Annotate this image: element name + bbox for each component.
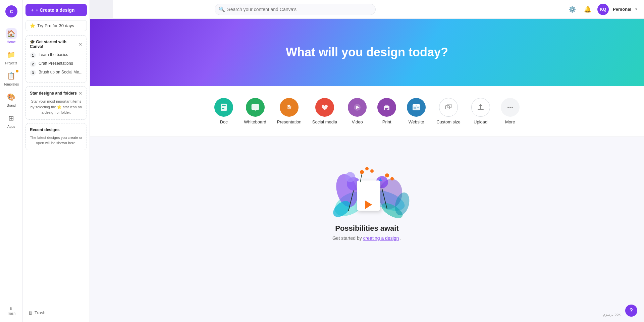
onboarding-step-2[interactable]: 2 Craft Presentations: [30, 61, 83, 67]
sidebar-item-brand[interactable]: 🎨 Brand: [0, 89, 22, 110]
design-type-whiteboard[interactable]: Whiteboard: [241, 95, 269, 127]
svg-point-28: [512, 107, 513, 108]
svg-point-21: [416, 105, 417, 106]
search-input[interactable]: [215, 4, 376, 15]
sidebar-label-apps: Apps: [7, 125, 15, 128]
try-pro-label: Try Pro for 30 days: [37, 23, 74, 28]
main-content: What will you design today? Doc Whiteboa…: [90, 19, 644, 322]
step-1-number: 1: [30, 52, 36, 58]
help-button[interactable]: ?: [625, 305, 637, 317]
home-icon: 🏠: [6, 28, 17, 39]
notifications-button[interactable]: 🔔: [582, 4, 593, 15]
sidebar-item-apps[interactable]: ⊞ Apps: [0, 110, 22, 131]
design-type-custom-size[interactable]: Custom size: [434, 95, 463, 127]
avatar[interactable]: KQ: [597, 4, 609, 15]
sidebar-item-templates[interactable]: 📋 Templates: [0, 68, 22, 89]
svg-point-36: [360, 170, 364, 174]
recent-card-body: The latest designs you create or open wi…: [30, 135, 83, 146]
svg-point-8: [255, 110, 256, 111]
whiteboard-label: Whiteboard: [244, 119, 266, 124]
svg-point-26: [507, 107, 509, 108]
sidebar-label-home: Home: [7, 40, 16, 44]
sidebar: C 🏠 Home 📁 Projects 📋 Templates 🎨 Brand …: [0, 0, 23, 322]
svg-point-39: [385, 173, 389, 177]
app-logo[interactable]: C: [4, 4, 19, 20]
empty-title: Possibilities await: [335, 224, 399, 233]
search-bar: 🔍: [215, 4, 376, 15]
sidebar-label-templates: Templates: [4, 83, 19, 86]
onboarding-step-3[interactable]: 3 Brush up on Social Me...: [30, 70, 83, 76]
design-type-social[interactable]: Social media: [310, 95, 340, 127]
svg-rect-3: [222, 105, 226, 106]
creating-link[interactable]: creating a design: [363, 235, 399, 241]
settings-button[interactable]: ⚙️: [567, 4, 578, 15]
step-2-label: Craft Presentations: [39, 61, 73, 66]
onboarding-card: 🎓 Get started with Canva! ✕ 1 Learn the …: [25, 35, 87, 83]
doc-label: Doc: [220, 119, 228, 124]
templates-icon: 📋: [6, 70, 17, 81]
star-card-body: Star your most important items by select…: [30, 99, 83, 115]
apps-icon: ⊞: [6, 113, 17, 123]
svg-rect-4: [222, 107, 225, 107]
create-design-button[interactable]: + + Create a design: [25, 4, 87, 16]
svg-rect-13: [385, 105, 388, 107]
avatar-initials: KQ: [600, 7, 606, 12]
video-icon: [348, 98, 367, 117]
svg-point-38: [370, 169, 374, 173]
presentation-icon: [280, 98, 299, 117]
design-types-row: Doc Whiteboard Presentation: [90, 86, 644, 137]
create-plus-icon: +: [31, 7, 34, 13]
custom-size-label: Custom size: [436, 119, 461, 124]
svg-rect-22: [414, 107, 416, 109]
svg-point-19: [414, 105, 414, 106]
watermark: برميوم box: [603, 312, 621, 317]
star-card-close-button[interactable]: ✕: [78, 91, 83, 96]
svg-rect-14: [385, 108, 388, 109]
onboarding-step-1[interactable]: 1 Learn the basics: [30, 52, 83, 58]
sidebar-item-home[interactable]: 🏠 Home: [0, 25, 22, 47]
design-type-doc[interactable]: Doc: [212, 95, 236, 127]
star-card-header: Star designs and folders ✕: [30, 91, 83, 96]
svg-rect-6: [252, 104, 259, 110]
trash-icon: 🗑: [9, 307, 13, 310]
doc-icon: [214, 98, 233, 117]
print-label: Print: [382, 119, 391, 124]
account-chevron-icon: ▾: [635, 7, 637, 11]
search-icon: 🔍: [219, 6, 225, 12]
recent-designs-card: Recent designs The latest designs you cr…: [25, 123, 87, 150]
whiteboard-icon: [246, 98, 265, 117]
trash-label-left: Trash: [35, 310, 46, 315]
left-panel-trash[interactable]: 🗑 Trash: [25, 308, 87, 318]
brand-icon: 🎨: [6, 92, 17, 102]
star-icon: ⭐: [30, 23, 35, 28]
design-type-presentation[interactable]: Presentation: [274, 95, 304, 127]
empty-subtitle-prefix: Get started by: [332, 235, 363, 241]
design-type-website[interactable]: Website: [404, 95, 428, 127]
design-type-upload[interactable]: Upload: [469, 95, 493, 127]
design-type-print[interactable]: Print: [375, 95, 399, 127]
empty-subtitle-suffix: .: [400, 235, 401, 241]
hero-banner: What will you design today?: [90, 19, 644, 86]
try-pro-button[interactable]: ⭐ Try Pro for 30 days: [25, 20, 87, 31]
design-type-video[interactable]: Video: [345, 95, 369, 127]
more-label: More: [505, 119, 515, 124]
empty-illustration: [320, 157, 414, 224]
trash-button[interactable]: 🗑 Trash: [6, 304, 17, 318]
sidebar-item-projects[interactable]: 📁 Projects: [0, 47, 22, 68]
create-label: + Create a design: [36, 7, 74, 13]
upload-label: Upload: [474, 119, 487, 124]
sidebar-label-projects: Projects: [5, 61, 17, 65]
onboarding-close-button[interactable]: ✕: [78, 42, 83, 47]
empty-subtitle: Get started by creating a design .: [332, 235, 401, 241]
svg-point-40: [390, 177, 394, 180]
upload-icon: [471, 98, 490, 117]
design-type-more[interactable]: More: [498, 95, 522, 127]
website-icon: [407, 98, 426, 117]
svg-point-37: [365, 167, 369, 170]
templates-badge: [16, 70, 18, 72]
step-1-label: Learn the basics: [39, 52, 68, 57]
trash-icon-left: 🗑: [28, 310, 33, 315]
svg-text:C: C: [10, 9, 13, 14]
social-icon: [315, 98, 334, 117]
website-label: Website: [409, 119, 424, 124]
